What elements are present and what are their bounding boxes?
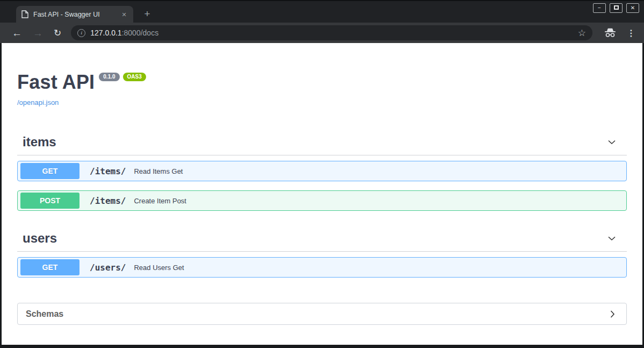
operation-get-users[interactable]: GET /users/ Read Users Get — [17, 257, 627, 278]
back-icon[interactable]: ← — [6, 28, 27, 38]
operation-path: /items/ — [90, 196, 126, 206]
maximize-button[interactable] — [610, 3, 623, 13]
section-title: items — [23, 134, 56, 150]
schemas-section[interactable]: Schemas — [17, 303, 627, 325]
badges: 0.1.0OAS3 — [99, 72, 146, 81]
page-info-icon[interactable]: i — [77, 29, 85, 37]
chevron-right-icon[interactable] — [607, 309, 618, 319]
close-button[interactable]: ✕ — [626, 3, 639, 13]
operation-path: /items/ — [90, 166, 126, 176]
method-badge[interactable]: POST — [20, 193, 79, 209]
tab-title: Fast API - Swagger UI — [33, 11, 116, 18]
reload-icon[interactable]: ↻ — [48, 29, 67, 38]
openapi-spec-link[interactable]: /openapi.json — [17, 98, 59, 106]
api-info: Fast API0.1.0OAS3 /openapi.json — [17, 71, 627, 106]
chevron-down-icon[interactable] — [606, 233, 617, 244]
new-tab-button[interactable]: + — [141, 8, 154, 20]
method-badge[interactable]: GET — [20, 163, 79, 179]
section-items: items GET /items/ Read Items Get POST /i… — [17, 129, 627, 211]
section-users: users GET /users/ Read Users Get — [17, 225, 627, 278]
minimize-button[interactable]: − — [593, 3, 606, 13]
menu-icon[interactable]: ⋮ — [623, 28, 638, 38]
section-items-header[interactable]: items — [17, 129, 627, 155]
oas-badge: OAS3 — [123, 73, 146, 81]
operation-summary: Read Users Get — [134, 264, 184, 272]
swagger-page: Fast API0.1.0OAS3 /openapi.json items GE… — [2, 43, 642, 345]
section-title: users — [23, 231, 57, 246]
tab-close-icon[interactable]: ✕ — [119, 10, 129, 19]
operation-post-items[interactable]: POST /items/ Create Item Post — [17, 190, 627, 211]
window-controls: − ✕ — [593, 3, 639, 13]
address-bar[interactable]: i 127.0.0.1:8000/docs ☆ — [71, 25, 592, 40]
browser-window: Fast API - Swagger UI ✕ + − ✕ ← → ↻ i 12… — [0, 0, 644, 348]
schemas-title: Schemas — [26, 309, 63, 319]
operation-path: /users/ — [90, 262, 126, 273]
version-badge: 0.1.0 — [99, 73, 119, 81]
browser-tab[interactable]: Fast API - Swagger UI ✕ — [16, 6, 133, 23]
browser-toolbar: ← → ↻ i 127.0.0.1:8000/docs ☆ ⋮ — [0, 23, 644, 43]
bookmark-star-icon[interactable]: ☆ — [577, 27, 587, 39]
url-text: 127.0.0.1:8000/docs — [90, 29, 577, 37]
section-users-header[interactable]: users — [17, 225, 627, 252]
maximize-icon — [614, 5, 619, 10]
forward-icon[interactable]: → — [27, 28, 48, 38]
url-path: :8000/docs — [122, 29, 159, 37]
chevron-down-icon[interactable] — [606, 137, 617, 147]
operation-get-items[interactable]: GET /items/ Read Items Get — [17, 161, 627, 181]
operation-summary: Read Items Get — [134, 167, 183, 175]
page-title: Fast API — [17, 71, 95, 93]
url-host: 127.0.0.1 — [90, 29, 121, 37]
operation-summary: Create Item Post — [134, 197, 186, 205]
document-icon — [21, 10, 28, 18]
method-badge[interactable]: GET — [20, 259, 79, 275]
titlebar: Fast API - Swagger UI ✕ + − ✕ — [0, 0, 644, 23]
incognito-icon — [598, 28, 623, 38]
